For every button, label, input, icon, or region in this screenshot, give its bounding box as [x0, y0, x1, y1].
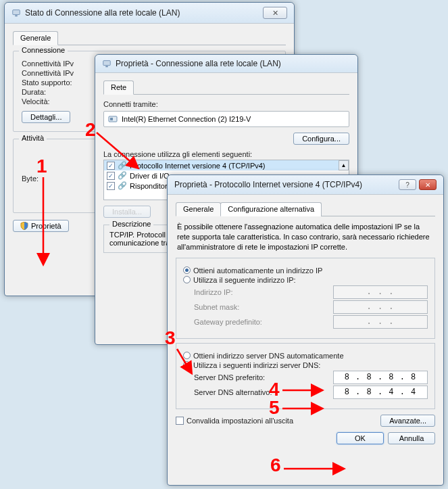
window3-titlebar: Proprietà - Protocollo Internet versione… [168, 175, 443, 195]
connect-using-label: Connetti tramite: [103, 100, 158, 108]
window1-titlebar: Stato di Connessione alla rete locale (L… [5, 3, 294, 24]
list-item-label: Risponditor [130, 182, 168, 190]
svg-rect-1 [15, 16, 18, 17]
gateway-label: Gateway predefinito: [194, 318, 262, 326]
description-label: Descrizione [109, 220, 153, 228]
radio-auto-dns-label: Ottieni indirizzo server DNS automaticam… [193, 352, 344, 360]
radio-manual-ip[interactable] [183, 276, 191, 283]
gateway-field: . . . [333, 315, 428, 329]
configure-button[interactable]: Configura... [293, 133, 349, 145]
adapter-name: Intel(R) Ethernet Connection (2) I219-V [122, 115, 251, 123]
alt-dns-label: Server DNS alternativo: [194, 388, 272, 396]
checkbox-icon[interactable]: ✓ [107, 162, 115, 170]
svg-rect-0 [13, 10, 20, 15]
ip-address-field: . . . [333, 285, 428, 299]
alt-dns-field[interactable]: 8 . 8 . 4 . 4 [333, 386, 428, 399]
speed-label: Velocità: [22, 97, 50, 106]
component-icon: 🔗 [118, 171, 127, 180]
tab-generale[interactable]: Generale [176, 202, 221, 216]
validate-label: Convalida impostazioni all'uscita [186, 417, 293, 425]
validate-checkbox[interactable] [176, 417, 184, 425]
close-icon[interactable]: ✕ [263, 7, 287, 19]
intro-text: È possibile ottenere l'assegnazione auto… [177, 222, 434, 252]
media-state-label: Stato supporto: [22, 78, 72, 87]
list-item-label: Protocollo Internet versione 4 (TCP/IPv4… [130, 162, 266, 170]
radio-manual-dns-label: Utilizza i seguenti indirizzi server DNS… [193, 361, 320, 369]
bytes-label: Byte: [22, 174, 39, 183]
cancel-button[interactable]: Annulla [388, 432, 435, 444]
advanced-button[interactable]: Avanzate... [380, 415, 435, 427]
nic-icon [108, 114, 118, 124]
ip-address-label: Indirizzo IP: [194, 288, 232, 296]
tab-rete[interactable]: Rete [103, 80, 134, 95]
items-label: La connessione utilizza gli elementi seg… [103, 150, 252, 158]
radio-auto-ip-label: Ottieni automaticamente un indirizzo IP [193, 266, 322, 275]
network-icon [11, 8, 21, 18]
list-item-label: Driver di I/O [130, 172, 170, 180]
component-icon: 🔗 [118, 161, 127, 170]
radio-auto-dns[interactable] [183, 352, 191, 359]
scroll-up-icon[interactable]: ▲ [339, 160, 349, 170]
checkbox-icon[interactable]: ✓ [107, 172, 115, 180]
preferred-dns-label: Server DNS preferito: [194, 373, 265, 381]
properties-button-label: Proprietà [31, 222, 61, 230]
radio-auto-ip[interactable] [183, 266, 191, 274]
network-icon [102, 59, 111, 68]
list-item[interactable]: ✓ 🔗 Protocollo Internet versione 4 (TCP/… [104, 160, 349, 170]
window1-title: Stato di Connessione alla rete locale (L… [25, 8, 259, 18]
window3-title: Proprietà - Protocollo Internet versione… [174, 180, 395, 189]
install-button: Installa... [103, 206, 151, 218]
svg-rect-3 [105, 66, 108, 68]
ok-button[interactable]: OK [337, 432, 384, 444]
connectivity-ipv4-label: Connettività IPv [22, 60, 74, 68]
window2-title: Proprietà - Connessione alla rete locale… [116, 59, 351, 68]
preferred-dns-field[interactable]: 8 . 8 . 8 . 8 [333, 371, 428, 384]
connectivity-ipv6-label: Connettività IPv [22, 69, 74, 77]
shield-icon [20, 222, 28, 230]
tab-generale[interactable]: Generale [13, 31, 58, 45]
properties-button[interactable]: Proprietà [13, 220, 69, 232]
window2-titlebar: Proprietà - Connessione alla rete locale… [95, 55, 357, 73]
svg-rect-5 [110, 118, 113, 120]
subnet-mask-label: Subnet mask: [194, 303, 239, 311]
radio-manual-ip-label: Utilizza il seguente indirizzo IP: [193, 276, 296, 284]
details-button[interactable]: Dettagli... [22, 111, 70, 123]
tab-config-alt[interactable]: Configurazione alternativa [220, 202, 322, 216]
component-icon: 🔗 [118, 181, 127, 190]
close-icon[interactable]: ✕ [419, 179, 437, 190]
group-activity-label: Attività [19, 134, 47, 142]
help-icon[interactable]: ? [399, 179, 416, 190]
group-connection-label: Connessione [19, 46, 68, 54]
radio-manual-dns[interactable] [183, 361, 191, 369]
checkbox-icon[interactable]: ✓ [107, 182, 115, 190]
duration-label: Durata: [22, 88, 46, 96]
subnet-mask-field: . . . [333, 300, 428, 314]
svg-rect-2 [103, 61, 111, 66]
